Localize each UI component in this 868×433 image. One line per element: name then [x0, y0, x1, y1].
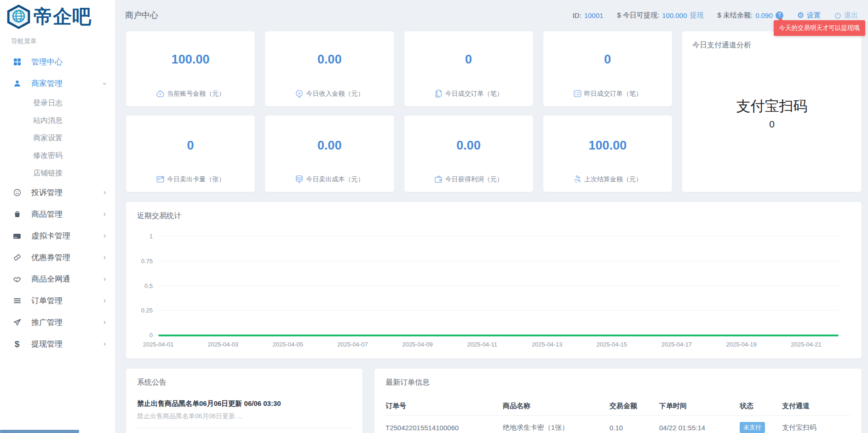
sidebar-item-label: 订单管理 [31, 295, 63, 306]
chart-x-tick-label: 2025-04-07 [337, 341, 368, 348]
sidebar-item-complaints[interactable]: 投诉管理 › [0, 182, 115, 203]
sidebar-item-label: 提现管理 [31, 339, 63, 349]
sidebar-item-merchant-settings[interactable]: 商家设置 [0, 129, 115, 147]
id-label: ID: [573, 12, 581, 19]
channel-name: 支付宝扫码 [682, 96, 862, 115]
channel-count: 0 [682, 118, 862, 129]
chart-card: 近期交易统计 00.250.50.751 2025-04-012025-04-0… [126, 202, 862, 358]
sidebar-menu: 管理中心 商家管理 › 登录日志 站内消息 商家设置 修改密码 店铺链接 [0, 51, 115, 355]
settings-button[interactable]: ⚙ 设置 [797, 11, 821, 20]
logout-button[interactable]: 退出 [834, 11, 858, 20]
stat-value: 100.00 [126, 52, 255, 67]
gear-icon: ⚙ [797, 11, 804, 20]
content: 100.00 ¥ 当前账号金额（元） 0.00 [115, 30, 868, 433]
topbar: 商户中心 ID: 10001 $ 今日可提现: 100.000 提现 $ 未结余… [115, 0, 868, 30]
announcement-summary: 禁止出售商品黑名单06月06日更新 ... [137, 412, 351, 421]
chart-gridline: 0.25 [158, 310, 839, 311]
announcement-item[interactable]: 禁止出售商品黑名单06月06日更新 06/06 03:30 禁止出售商品黑名单0… [137, 399, 351, 428]
stat-value: 0 [543, 52, 672, 67]
sidebar-item-orders[interactable]: 订单管理 › [0, 290, 115, 312]
stat-label: 今日获得利润（元） [445, 175, 503, 184]
sidebar-item-merchant[interactable]: 商家管理 › [0, 73, 115, 94]
chart-x-tick-label: 2025-04-13 [532, 341, 563, 348]
order-channel: 支付宝扫码 [782, 416, 851, 433]
divider [137, 428, 351, 428]
col-channel: 支付通道 [782, 397, 851, 416]
logo-text: 帝企吧 [34, 4, 92, 29]
stat-label: 今日卖出成本（元） [306, 175, 364, 184]
stat-card-today-orders: 0 今日成交订单（笔） [404, 31, 533, 106]
stat-card-profit: 0.00 今日获得利润（元） [404, 115, 533, 192]
stat-card-cost: 0.00 ¥ 今日卖出成本（元） [265, 115, 394, 192]
sidebar-item-label: 管理中心 [31, 57, 63, 67]
topbar-right: ID: 10001 $ 今日可提现: 100.000 提现 $ 未结余额: 0.… [573, 11, 858, 20]
sidebar-item-label: 虚拟卡管理 [31, 231, 70, 241]
document-copy-icon [434, 89, 443, 98]
chart-x-tick-label: 2025-04-09 [402, 341, 433, 348]
sidebar-item-shop-link[interactable]: 店铺链接 [0, 164, 115, 182]
yen-circle-icon: ¥ [295, 89, 304, 98]
withdrawable-value: 100.000 [662, 12, 687, 19]
stat-label: 今日成交订单（笔） [445, 90, 503, 98]
stat-label: 昨日成交订单（笔） [584, 90, 642, 98]
page-title: 商户中心 [125, 10, 158, 21]
sidebar-item-promotion[interactable]: 推广管理 › [0, 312, 115, 333]
chart-x-tick-label: 2025-04-03 [208, 341, 239, 348]
chart-plot: 00.250.50.751 [158, 237, 839, 335]
sidebar-item-site-messages[interactable]: 站内消息 [0, 112, 115, 129]
dollar-icon: $ [12, 339, 22, 349]
announcements-title: 系统公告 [137, 378, 351, 387]
user-icon [12, 80, 22, 87]
chart-y-tick-label: 0.75 [141, 257, 153, 264]
logo-hexagon-globe-icon [6, 4, 32, 30]
stat-value: 100.00 [543, 139, 672, 153]
chevron-right-icon: › [103, 318, 106, 326]
chevron-right-icon: › [103, 188, 106, 196]
order-amount: 0.10 [609, 416, 659, 433]
svg-text:¥: ¥ [159, 92, 161, 96]
stat-value: 0 [404, 52, 533, 67]
svg-text:¥: ¥ [299, 181, 300, 184]
chart-x-tick-label: 2025-04-17 [661, 341, 692, 348]
sidebar-item-label: 商品管理 [31, 209, 63, 219]
nav-section-label: 导航菜单 [0, 33, 115, 48]
order-row[interactable]: T250422015514100060 绝地求生卡密（1张） 0.10 04/2… [385, 416, 851, 433]
logout-label: 退出 [844, 11, 858, 20]
stat-card-yesterday-orders: 0 昨日成交订单（笔） [543, 31, 672, 106]
col-time: 下单时间 [659, 397, 740, 416]
chart-x-axis: 2025-04-012025-04-032025-04-052025-04-07… [158, 341, 839, 350]
chevron-right-icon: › [103, 210, 106, 218]
credit-card-icon [12, 232, 22, 240]
sidebar-item-network-products[interactable]: 商品全网通 › [0, 268, 115, 290]
sidebar-item-label: 商家管理 [31, 78, 63, 89]
bottom-grid: 系统公告 禁止出售商品黑名单06月06日更新 06/06 03:30 禁止出售商… [126, 369, 862, 433]
coupon-ticket-icon [12, 254, 22, 261]
sidebar-item-login-log[interactable]: 登录日志 [0, 94, 115, 112]
withdraw-tooltip: 今天的交易明天才可以提现哦 [774, 20, 866, 36]
sidebar-item-change-password[interactable]: 修改密码 [0, 147, 115, 164]
col-order-no: 订单号 [385, 397, 503, 416]
app-logo[interactable]: 帝企吧 [0, 0, 115, 33]
pending-label: $ 未结余额: [718, 11, 753, 20]
chevron-right-icon: › [103, 231, 106, 240]
chart-y-tick-label: 0 [149, 332, 153, 339]
stat-card-balance: 100.00 ¥ 当前账号金额（元） [126, 31, 255, 106]
chart-gridline: 0.75 [158, 261, 839, 261]
svg-text:¥: ¥ [298, 91, 300, 96]
sidebar-item-coupons[interactable]: 优惠券管理 › [0, 247, 115, 268]
sidebar-item-label: 投诉管理 [31, 187, 63, 198]
sidebar: 帝企吧 导航菜单 管理中心 商家管理 › 登录日志 站内消息 [0, 0, 115, 433]
sidebar-item-dashboard[interactable]: 管理中心 [0, 51, 115, 73]
sidebar-item-withdrawal[interactable]: $ 提现管理 › [0, 333, 115, 355]
sidebar-scrollbar-thumb[interactable] [0, 430, 79, 433]
order-time: 04/22 01:55:14 [659, 416, 740, 433]
sidebar-item-virtual-cards[interactable]: 虚拟卡管理 › [0, 225, 115, 247]
stat-value: 0.00 [404, 139, 533, 153]
withdraw-link[interactable]: 提现 [690, 11, 704, 20]
chart-x-tick-label: 2025-04-01 [143, 341, 174, 348]
database-icon: ¥ [295, 175, 304, 184]
sidebar-item-products[interactable]: 商品管理 › [0, 203, 115, 225]
list-lines-icon [573, 89, 582, 98]
stat-label: 今日卖出卡量（张） [167, 175, 225, 184]
orders-table: 订单号 商品名称 交易金额 下单时间 状态 支付通道 T250422015514… [385, 397, 851, 433]
